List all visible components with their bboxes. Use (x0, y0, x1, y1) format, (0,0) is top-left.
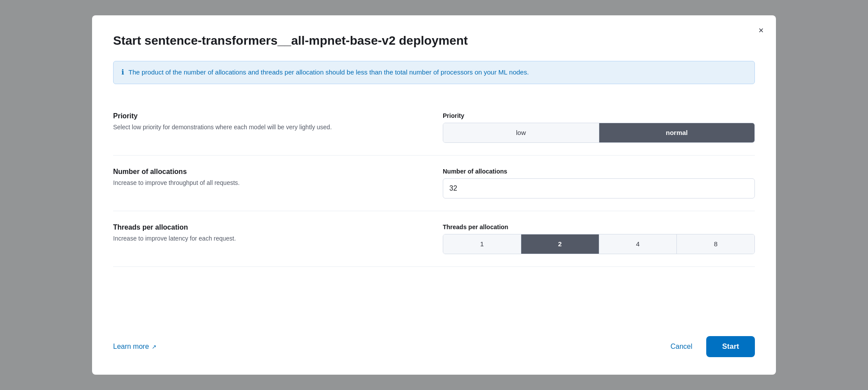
priority-option-normal[interactable]: normal (599, 123, 755, 142)
learn-more-label: Learn more (113, 343, 149, 351)
priority-hint: Select low priority for demonstrations w… (113, 123, 425, 132)
threads-hint: Increase to improve latency for each req… (113, 234, 425, 243)
allocations-input[interactable] (443, 178, 755, 199)
priority-option-low[interactable]: low (443, 123, 599, 142)
priority-description: Priority Select low priority for demonst… (113, 112, 425, 143)
threads-control: Threads per allocation 1 2 4 8 (443, 223, 755, 254)
priority-row: Priority Select low priority for demonst… (113, 100, 755, 156)
threads-control-label: Threads per allocation (443, 223, 755, 230)
allocations-row: Number of allocations Increase to improv… (113, 156, 755, 211)
priority-label: Priority (113, 112, 425, 120)
threads-label: Threads per allocation (113, 223, 425, 231)
external-link-icon: ↗ (152, 344, 157, 350)
info-icon: ℹ (121, 68, 124, 76)
threads-option-8[interactable]: 8 (677, 234, 754, 254)
threads-option-1[interactable]: 1 (443, 234, 521, 254)
info-banner-text: The product of the number of allocations… (128, 67, 529, 78)
threads-row: Threads per allocation Increase to impro… (113, 211, 755, 267)
close-button[interactable]: × (757, 24, 765, 36)
footer-actions: Cancel Start (663, 336, 755, 357)
modal-title: Start sentence-transformers__all-mpnet-b… (113, 33, 755, 49)
cancel-button[interactable]: Cancel (663, 337, 699, 356)
priority-control-label: Priority (443, 112, 755, 119)
start-button[interactable]: Start (706, 336, 755, 357)
allocations-hint: Increase to improve throughput of all re… (113, 178, 425, 188)
threads-toggle-group: 1 2 4 8 (443, 234, 755, 254)
allocations-label: Number of allocations (113, 168, 425, 176)
allocations-control: Number of allocations (443, 168, 755, 199)
info-banner: ℹ The product of the number of allocatio… (113, 61, 755, 84)
threads-description: Threads per allocation Increase to impro… (113, 223, 425, 254)
modal-dialog: × Start sentence-transformers__all-mpnet… (92, 15, 776, 375)
priority-control: Priority low normal (443, 112, 755, 143)
learn-more-link[interactable]: Learn more ↗ (113, 343, 157, 351)
priority-toggle-group: low normal (443, 123, 755, 143)
threads-option-4[interactable]: 4 (599, 234, 677, 254)
form-body: Priority Select low priority for demonst… (113, 100, 755, 312)
modal-footer: Learn more ↗ Cancel Start (113, 329, 755, 357)
allocations-description: Number of allocations Increase to improv… (113, 168, 425, 199)
threads-option-2[interactable]: 2 (521, 234, 599, 254)
allocations-control-label: Number of allocations (443, 168, 755, 175)
modal-overlay: × Start sentence-transformers__all-mpnet… (0, 0, 868, 390)
